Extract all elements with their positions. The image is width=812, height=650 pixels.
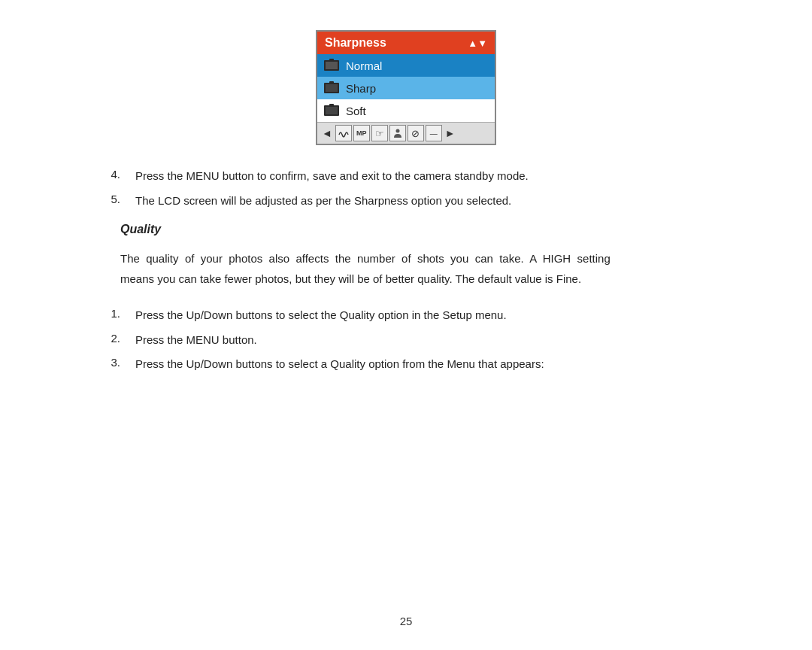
quality-paragraph: The quality of your photos also affects … [75,248,737,289]
soft-label: Soft [346,105,366,117]
section-title: Quality [75,223,737,236]
quality-step-number-3: 3. [75,356,135,373]
step-text-5: The LCD screen will be adjusted as per t… [135,193,737,210]
step-item-4: 4. Press the MENU button to confirm, sav… [75,168,737,185]
sharp-label: Sharp [346,82,376,95]
toolbar-btn-mp[interactable]: MP [353,125,370,141]
toolbar-btn-bar[interactable]: — [426,125,442,141]
menu-item-normal[interactable]: Normal [317,54,495,77]
quality-step-item-3: 3. Press the Up/Down buttons to select a… [75,356,737,373]
svg-rect-7 [326,107,338,114]
quality-step-text-2: Press the MENU button. [135,332,737,349]
quality-step-text-3: Press the Up/Down buttons to select a Qu… [135,356,737,373]
menu-title: Sharpness [325,36,386,50]
menu-header: Sharpness ▲▼ [317,32,495,54]
toolbar-left-arrow[interactable]: ◄ [320,127,334,139]
step-number-5: 5. [75,193,135,210]
svg-rect-1 [326,62,338,69]
svg-rect-4 [326,84,338,92]
steps-above-list: 4. Press the MENU button to confirm, sav… [75,168,737,209]
page-number: 25 [400,615,413,627]
quality-step-number-2: 2. [75,332,135,349]
step-text-4: Press the MENU button to confirm, save a… [135,168,737,185]
normal-icon [323,58,340,73]
svg-rect-2 [329,59,334,62]
header-arrows: ▲▼ [468,38,487,49]
menu-item-soft[interactable]: Soft [317,99,495,122]
quality-step-number-1: 1. [75,307,135,324]
toolbar-btn-person[interactable] [389,125,406,141]
toolbar-btn-hand[interactable]: ☞ [371,125,388,141]
sharp-icon [323,80,340,96]
step-number-4: 4. [75,168,135,185]
quality-step-item-1: 1. Press the Up/Down buttons to select t… [75,307,737,324]
svg-rect-5 [329,81,334,84]
toolbar-btn-wave[interactable] [335,125,352,141]
svg-point-9 [395,129,399,133]
quality-steps-list: 1. Press the Up/Down buttons to select t… [75,307,737,373]
menu-item-sharp[interactable]: Sharp [317,77,495,99]
toolbar-right-arrow[interactable]: ► [444,127,457,139]
sharpness-menu: Sharpness ▲▼ Normal [316,30,496,145]
quality-step-text-1: Press the Up/Down buttons to select the … [135,307,737,324]
svg-rect-8 [329,104,334,107]
camera-widget: Sharpness ▲▼ Normal [316,30,496,145]
quality-step-item-2: 2. Press the MENU button. [75,332,737,349]
toolbar-btn-cancel[interactable]: ⊘ [408,125,424,141]
soft-icon [323,103,340,118]
normal-label: Normal [346,59,382,72]
sort-icon: ▲▼ [468,38,487,49]
toolbar: ◄ MP ☞ ⊘ — ► [317,122,495,144]
step-item-5: 5. The LCD screen will be adjusted as pe… [75,193,737,210]
